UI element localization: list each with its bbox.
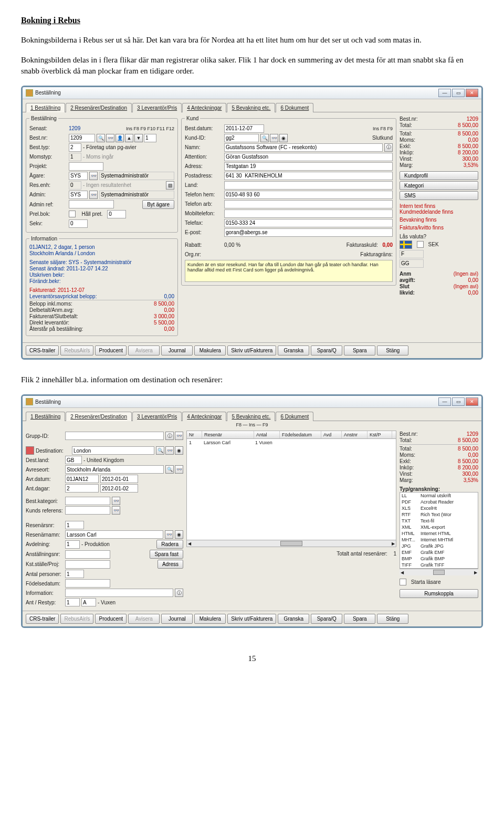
antdagar-input2[interactable]	[100, 484, 138, 493]
journal-button[interactable]: Journal	[161, 345, 193, 355]
count-field[interactable]	[144, 134, 156, 142]
find-icon[interactable]: 👓	[112, 506, 120, 515]
kund-add-icon[interactable]: ◉	[279, 134, 288, 142]
avrdatum-input1[interactable]	[65, 475, 99, 483]
tab-dokument[interactable]: 6 Dokument	[276, 412, 313, 421]
kundref-input[interactable]	[65, 506, 110, 515]
sparafast-button[interactable]: Spara fast	[150, 550, 183, 559]
globe-icon[interactable]: ◉	[175, 446, 183, 455]
anstnr-input[interactable]	[65, 550, 110, 559]
producent-button[interactable]: Producent	[95, 345, 127, 355]
dest-input[interactable]	[72, 446, 154, 455]
tab-leverantor[interactable]: 3 Leverantör/Pris	[132, 412, 182, 421]
prelbok-check[interactable]	[69, 211, 76, 217]
sms-button[interactable]: SMS	[400, 191, 478, 200]
sparaq-button[interactable]: Spara/Q	[311, 614, 342, 624]
type-row[interactable]: EMFGrafik EMF	[400, 549, 478, 556]
granska-button[interactable]: Granska	[278, 345, 309, 355]
stang-button[interactable]: Stäng	[377, 614, 408, 624]
telefax-input[interactable]	[224, 219, 393, 227]
avdelning-input[interactable]	[65, 540, 80, 549]
close-button[interactable]: ✕	[466, 89, 478, 97]
crs-trailer-button[interactable]: CRS-trailer	[26, 345, 59, 355]
bestdat-input[interactable]	[224, 124, 264, 133]
admin-icon[interactable]: 👓	[89, 191, 98, 199]
telhem-input[interactable]	[224, 191, 393, 199]
spara-button[interactable]: Spara	[344, 614, 375, 624]
tab-resenarer[interactable]: 2 Resenärer/Destination	[66, 103, 132, 112]
information-input[interactable]	[65, 589, 173, 597]
find-icon[interactable]: 👓	[175, 465, 183, 474]
tab-bevakning[interactable]: 5 Bevakning etc.	[227, 412, 275, 421]
kategori-button[interactable]: Kategori	[400, 181, 478, 190]
type-row[interactable]: BMPGrafik BMP	[400, 556, 478, 562]
table-row[interactable]: 1 Larsson Carl 1 Vuxen	[187, 439, 396, 446]
stang-button[interactable]: Stäng	[377, 345, 408, 355]
kundprofil-button[interactable]: Kundprofil	[400, 171, 478, 180]
minimize-button[interactable]: —	[438, 89, 451, 97]
radera-button[interactable]: Radera	[156, 540, 183, 549]
avreseort-input[interactable]	[65, 465, 164, 474]
bytagare-button[interactable]: Byt ägare	[142, 200, 174, 209]
user-icon[interactable]: 👤	[116, 134, 124, 142]
tab-leverantor[interactable]: 3 Leverantör/Pris	[132, 103, 182, 112]
rumskoppla-button[interactable]: Rumskoppla	[400, 589, 478, 598]
type-row[interactable]: TXTText-fil	[400, 518, 478, 524]
tab-anteckningar[interactable]: 4 Anteckningar	[182, 103, 226, 112]
sekv-input[interactable]	[69, 219, 88, 228]
kund-find-icon[interactable]: 👓	[270, 134, 278, 142]
tab-bestallning[interactable]: 1 Beställning	[26, 103, 65, 112]
journal-button[interactable]: Journal	[161, 614, 193, 624]
namn-input[interactable]	[224, 143, 383, 152]
skrivut-button[interactable]: Skriv ut/Fakturera	[227, 345, 276, 355]
type-row[interactable]: RTFRich Text (Wor	[400, 511, 478, 518]
find-icon[interactable]: 👓	[165, 446, 174, 455]
makulera-button[interactable]: Makulera	[194, 345, 226, 355]
search-icon[interactable]: 🔍	[165, 465, 174, 474]
tab-bevakning[interactable]: 5 Bevakning etc.	[227, 103, 275, 112]
lasvaluta-check[interactable]	[417, 241, 424, 248]
tab-resenarer[interactable]: 2 Resenärer/Destination	[66, 412, 132, 421]
type-row[interactable]: XMLXML-export	[400, 524, 478, 530]
type-list[interactable]: LLNormal utskriftPDFAcrobat ReaderXLSExc…	[400, 492, 478, 569]
find-icon[interactable]: 👓	[165, 530, 173, 539]
land-input[interactable]	[224, 181, 393, 190]
antrestyp-input1[interactable]	[65, 598, 80, 606]
maximize-button[interactable]: ▭	[452, 89, 465, 97]
destland-input[interactable]	[65, 456, 82, 464]
type-row[interactable]: HTMLInternet HTML	[400, 530, 478, 537]
search-icon[interactable]: 🔍	[156, 446, 164, 455]
antrestyp-input2[interactable]	[81, 598, 96, 606]
type-row[interactable]: XLSExcelHt	[400, 505, 478, 511]
telarb-input[interactable]	[224, 200, 393, 208]
kundid-input[interactable]	[224, 134, 259, 142]
find-icon[interactable]: 👓	[112, 497, 120, 505]
tab-dokument[interactable]: 6 Dokument	[276, 103, 313, 112]
sparaq-button[interactable]: Spara/Q	[311, 345, 342, 355]
epost-input[interactable]	[224, 228, 393, 237]
antpers-input[interactable]	[65, 570, 84, 578]
kund-search-icon[interactable]: 🔍	[260, 134, 269, 142]
h-scrollbar[interactable]: ◀▶	[400, 569, 478, 575]
resenamn-input[interactable]	[65, 530, 163, 539]
fodelse-input[interactable]	[65, 579, 110, 588]
adress-button[interactable]: Adress	[158, 560, 183, 569]
bestkat-input[interactable]	[65, 497, 110, 505]
mobil-input[interactable]	[224, 210, 393, 218]
type-row[interactable]: MHT...Internet MHTMl	[400, 537, 478, 543]
tab-anteckningar[interactable]: 4 Anteckningar	[182, 412, 226, 421]
namn-info-icon[interactable]: ⓘ	[384, 143, 393, 152]
type-row[interactable]: TIFFGrafik TIFF	[400, 562, 478, 568]
producent-button[interactable]: Producent	[95, 614, 127, 624]
spara-button[interactable]: Spara	[344, 345, 375, 355]
minimize-button[interactable]: —	[438, 397, 451, 406]
agare-icon[interactable]: 👓	[89, 172, 98, 180]
makulera-button[interactable]: Makulera	[194, 614, 226, 624]
crs-trailer-button[interactable]: CRS-trailer	[26, 614, 59, 624]
down-icon[interactable]: ▼	[134, 134, 143, 142]
agare-input[interactable]	[69, 172, 88, 180]
type-row[interactable]: LLNormal utskrift	[400, 493, 478, 499]
attention-input[interactable]	[224, 153, 393, 161]
type-row[interactable]: PDFAcrobat Reader	[400, 499, 478, 505]
gruppid-input[interactable]	[65, 432, 164, 440]
